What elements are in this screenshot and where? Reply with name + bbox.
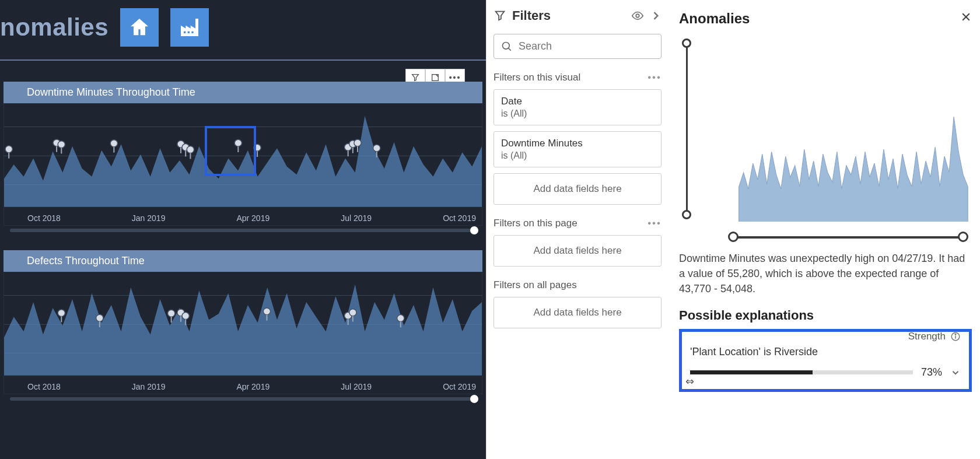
filter-add-page[interactable]: Add data fields here xyxy=(494,235,662,267)
filters-page-section: Filters on this page ••• xyxy=(494,218,662,229)
anomalies-header: Anomalies xyxy=(679,10,972,27)
chart-body[interactable]: Oct 2018Jan 2019Apr 2019Jul 2019Oct 2019 xyxy=(4,103,482,226)
slider-rail xyxy=(686,43,688,215)
filter-add-all[interactable]: Add data fields here xyxy=(494,297,662,328)
filters-visual-section: Filters on this visual ••• xyxy=(494,72,662,83)
chart-title: Downtime Minutes Throughout Time xyxy=(4,82,482,103)
axis-tick: Jan 2019 xyxy=(132,382,166,391)
slider-handle-right[interactable] xyxy=(958,232,968,242)
svg-point-49 xyxy=(397,315,404,322)
anomalies-title: Anomalies xyxy=(679,10,750,27)
svg-point-51 xyxy=(636,14,639,17)
time-slider[interactable] xyxy=(10,229,476,232)
chart-svg xyxy=(4,272,482,394)
x-axis-labels: Oct 2018Jan 2019Apr 2019Jul 2019Oct 2019 xyxy=(4,382,482,391)
resize-handle-icon[interactable]: ⇔ xyxy=(685,375,694,388)
svg-point-33 xyxy=(58,310,65,317)
strength-fill xyxy=(690,370,813,374)
slider-handle-bottom[interactable] xyxy=(682,210,691,219)
slider-handle[interactable] xyxy=(470,226,478,234)
svg-point-52 xyxy=(503,42,510,49)
dashboard-header: nomalies xyxy=(0,0,486,59)
vertical-range-slider[interactable] xyxy=(682,38,691,219)
axis-tick: Jul 2019 xyxy=(341,382,372,391)
chart-downtime[interactable]: Downtime Minutes Throughout Time Oct 201… xyxy=(4,82,482,226)
close-icon xyxy=(960,11,972,23)
filter-icon xyxy=(494,9,506,22)
strength-percent: 73% xyxy=(921,366,942,379)
svg-point-43 xyxy=(263,308,270,315)
possible-explanations-title: Possible explanations xyxy=(679,308,972,323)
strength-header: Strength xyxy=(908,331,961,342)
close-button[interactable] xyxy=(960,11,972,26)
svg-point-41 xyxy=(182,313,189,320)
svg-point-35 xyxy=(96,314,103,321)
explanation-text: 'Plant Location' is Riverside xyxy=(690,346,961,358)
filter-name: Date xyxy=(501,96,654,107)
horizontal-range-slider[interactable] xyxy=(728,232,968,241)
section-label: Filters on all pages xyxy=(494,279,577,291)
svg-point-16 xyxy=(187,146,194,153)
slider-handle-top[interactable] xyxy=(682,38,691,48)
filters-title: Filters xyxy=(512,8,625,23)
chevron-down-icon[interactable] xyxy=(950,367,961,378)
svg-point-10 xyxy=(110,140,117,147)
filters-header: Filters xyxy=(494,8,662,23)
search-input[interactable] xyxy=(519,40,654,52)
filter-icon xyxy=(411,73,420,82)
chart-defects[interactable]: Defects Throughout Time Oct 2018Jan 2019… xyxy=(4,250,482,394)
axis-tick: Oct 2019 xyxy=(443,382,476,391)
eye-icon[interactable] xyxy=(631,9,644,22)
search-icon xyxy=(501,41,513,52)
slider-handle[interactable] xyxy=(470,395,478,403)
axis-tick: Oct 2018 xyxy=(27,382,61,391)
axis-tick: Apr 2019 xyxy=(236,213,270,223)
chevron-right-icon[interactable] xyxy=(650,10,662,22)
svg-point-28 xyxy=(373,145,380,152)
filter-value: is (All) xyxy=(501,108,654,119)
explanation-card[interactable]: Strength 'Plant Location' is Riverside 7… xyxy=(679,329,972,392)
mini-chart-svg xyxy=(679,33,972,243)
svg-point-4 xyxy=(5,146,12,153)
axis-tick: Jan 2019 xyxy=(132,213,166,223)
anomaly-chart[interactable] xyxy=(679,33,972,243)
anomalies-panel: Anomalies Downtime Minutes was unexpecte… xyxy=(668,0,980,459)
svg-point-37 xyxy=(168,310,175,317)
section-label: Filters on this visual xyxy=(494,72,580,83)
ellipsis-icon[interactable]: ••• xyxy=(648,218,662,229)
filters-allpages-section: Filters on all pages xyxy=(494,279,662,291)
chart-body[interactable]: Oct 2018Jan 2019Apr 2019Jul 2019Oct 2019 xyxy=(4,272,482,394)
filters-panel: Filters Filters on this visual ••• Date … xyxy=(486,0,668,459)
time-slider[interactable] xyxy=(10,397,476,401)
info-icon[interactable] xyxy=(950,331,961,342)
x-axis-labels: Oct 2018Jan 2019Apr 2019Jul 2019Oct 2019 xyxy=(4,213,482,223)
svg-line-53 xyxy=(509,48,511,50)
slider-rail xyxy=(733,236,964,239)
focus-icon xyxy=(430,73,440,82)
filter-add-visual[interactable]: Add data fields here xyxy=(494,173,662,205)
svg-point-58 xyxy=(955,334,956,335)
axis-tick: Oct 2019 xyxy=(443,213,476,223)
divider xyxy=(0,59,486,61)
ellipsis-icon: ••• xyxy=(449,73,461,82)
home-button[interactable] xyxy=(120,8,159,47)
section-label: Filters on this page xyxy=(494,218,578,229)
anomaly-description: Downtime Minutes was unexpectedly high o… xyxy=(679,251,972,296)
chart-title: Defects Throughout Time xyxy=(4,250,482,272)
filter-value: is (All) xyxy=(501,150,654,161)
filter-card-downtime[interactable]: Downtime Minutes is (All) xyxy=(494,131,662,167)
svg-point-8 xyxy=(58,141,65,148)
svg-point-26 xyxy=(354,139,361,146)
ellipsis-icon[interactable]: ••• xyxy=(648,72,662,83)
filter-search[interactable] xyxy=(494,34,662,59)
page-title: nomalies xyxy=(0,13,108,41)
filter-name: Downtime Minutes xyxy=(501,138,654,149)
dashboard-pane: nomalies ••• Downtime Minutes Throughout… xyxy=(0,0,486,459)
factory-button[interactable] xyxy=(170,8,209,47)
filter-card-date[interactable]: Date is (All) xyxy=(494,89,662,125)
anomaly-highlight-box xyxy=(205,126,256,176)
axis-tick: Jul 2019 xyxy=(341,213,372,223)
slider-handle-left[interactable] xyxy=(728,232,738,242)
home-icon xyxy=(128,16,151,39)
svg-point-47 xyxy=(349,309,356,316)
